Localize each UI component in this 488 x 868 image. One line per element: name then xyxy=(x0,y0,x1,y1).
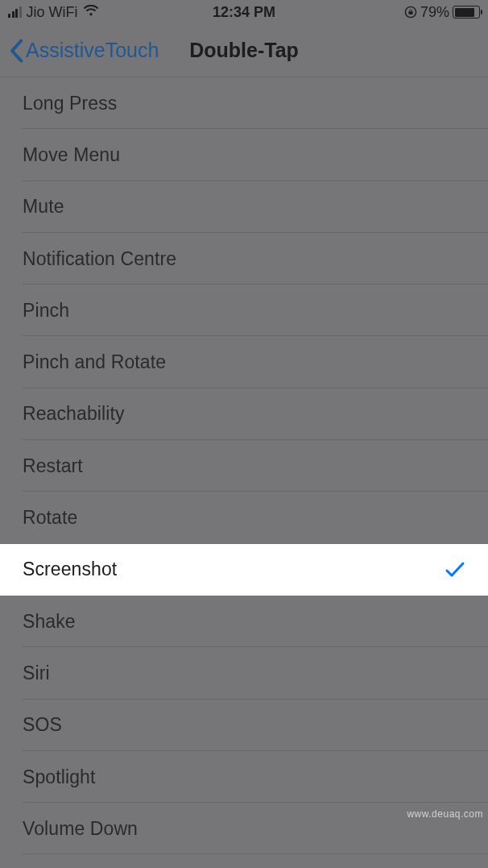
status-bar: Jio WiFi 12:34 PM 79% xyxy=(0,0,488,24)
list-item[interactable]: Mute xyxy=(0,181,488,233)
wifi-icon xyxy=(83,4,99,21)
list-item[interactable]: Reachability xyxy=(0,388,488,440)
battery-icon xyxy=(453,6,480,19)
list-item[interactable]: Shake xyxy=(0,596,488,647)
list-item-label: Screenshot xyxy=(23,559,117,580)
back-label: AssistiveTouch xyxy=(26,39,159,62)
list-item-label: Siri xyxy=(23,662,50,684)
list-item[interactable]: Pinch and Rotate xyxy=(0,336,488,388)
back-button[interactable]: AssistiveTouch xyxy=(0,39,159,63)
list-item[interactable]: Move Menu xyxy=(0,129,488,181)
list-item[interactable]: Long Press xyxy=(0,77,488,129)
status-time: 12:34 PM xyxy=(213,4,275,21)
list-item[interactable]: Notification Centre xyxy=(0,233,488,284)
list-item-label: Notification Centre xyxy=(23,248,176,270)
list-item[interactable]: SOS xyxy=(0,700,488,751)
checkmark-icon xyxy=(445,560,465,579)
list-item-label: Spotlight xyxy=(23,766,95,788)
list-item-label: Pinch xyxy=(23,300,69,322)
list-item-label: Rotate xyxy=(23,507,77,529)
list-item-label: Mute xyxy=(23,196,64,218)
cellular-signal-icon xyxy=(8,6,22,18)
list-item[interactable]: Pinch xyxy=(0,284,488,336)
list-item-label: SOS xyxy=(23,714,62,736)
list-item-label: Reachability xyxy=(23,403,125,425)
list-item-label: Pinch and Rotate xyxy=(23,351,166,373)
list-item-label: Volume Down xyxy=(23,818,138,840)
list-item-label: Restart xyxy=(23,455,83,477)
list-item-label: Shake xyxy=(23,611,76,633)
battery-percent: 79% xyxy=(420,4,449,21)
status-left: Jio WiFi xyxy=(8,4,213,21)
orientation-lock-icon xyxy=(404,6,417,19)
options-list: Long PressMove MenuMuteNotification Cent… xyxy=(0,77,488,854)
list-item[interactable]: Spotlight xyxy=(0,751,488,803)
nav-bar: AssistiveTouch Double-Tap xyxy=(0,24,488,77)
list-item[interactable]: Volume Down xyxy=(0,803,488,854)
chevron-left-icon xyxy=(8,39,24,63)
list-item-label: Move Menu xyxy=(23,144,120,166)
list-item[interactable]: Screenshot xyxy=(0,544,488,596)
list-item[interactable]: Restart xyxy=(0,440,488,492)
list-item[interactable]: Siri xyxy=(0,647,488,699)
carrier-label: Jio WiFi xyxy=(27,4,78,21)
status-right: 79% xyxy=(275,4,480,21)
list-item-label: Long Press xyxy=(23,93,117,114)
page-title: Double-Tap xyxy=(189,39,299,62)
list-item[interactable]: Rotate xyxy=(0,492,488,543)
screen: Jio WiFi 12:34 PM 79% AssistiveTouch Dou… xyxy=(0,0,488,868)
